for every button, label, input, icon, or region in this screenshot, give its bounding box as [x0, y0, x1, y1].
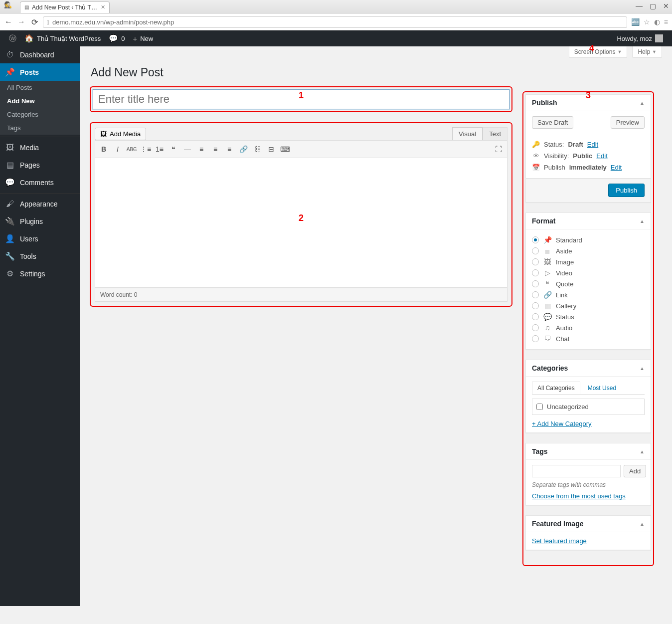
submenu-categories[interactable]: Categories — [0, 108, 80, 121]
menu-media[interactable]: 🖼Media — [0, 137, 80, 156]
edit-status-link[interactable]: Edit — [587, 141, 598, 148]
format-option[interactable]: 🖼Image — [532, 256, 645, 267]
format-icon: ▷ — [543, 269, 552, 277]
window-minimize-icon[interactable]: — — [636, 2, 643, 10]
readmore-button[interactable]: ⊟ — [265, 143, 278, 156]
save-draft-button[interactable]: Save Draft — [532, 116, 573, 129]
edit-visibility-link[interactable]: Edit — [596, 152, 607, 160]
plus-icon: + — [133, 34, 137, 43]
close-tab-icon[interactable]: ✕ — [101, 4, 105, 10]
submenu-all-posts[interactable]: All Posts — [0, 81, 80, 94]
format-list: 📌Standard≣Aside🖼Image▷Video❝Quote🔗Link▦G… — [532, 234, 645, 344]
translate-icon[interactable]: 🔤 — [631, 18, 640, 26]
tab-text[interactable]: Text — [483, 127, 507, 140]
format-option[interactable]: 🔗Link — [532, 289, 645, 300]
format-label: Link — [556, 291, 568, 299]
bookmark-icon[interactable]: ☆ — [644, 18, 650, 26]
format-option[interactable]: 💬Status — [532, 311, 645, 322]
align-right-button[interactable]: ≡ — [223, 143, 236, 156]
menu-comments[interactable]: 💬Comments — [0, 174, 80, 191]
preview-button[interactable]: Preview — [611, 116, 645, 129]
format-icon: 📌 — [543, 236, 552, 244]
strikethrough-button[interactable]: ABC — [125, 143, 138, 156]
reload-icon[interactable]: ⟳ — [30, 17, 39, 27]
format-option[interactable]: ≣Aside — [532, 245, 645, 256]
menu-users[interactable]: 👤Users — [0, 230, 80, 247]
menu-pages[interactable]: ▤Pages — [0, 156, 80, 174]
cat-tab-most-used[interactable]: Most Used — [582, 382, 622, 394]
add-tag-button[interactable]: Add — [624, 465, 646, 477]
toggle-icon[interactable]: ▲ — [640, 366, 645, 371]
forward-icon[interactable]: → — [17, 17, 26, 26]
tag-cloud-link[interactable]: Choose from the most used tags — [532, 492, 645, 500]
toggle-icon[interactable]: ▲ — [640, 521, 645, 527]
tags-title: Tags — [532, 447, 548, 455]
format-option[interactable]: 🗨Chat — [532, 333, 645, 344]
menu-plugins[interactable]: 🔌Plugins — [0, 212, 80, 230]
align-center-button[interactable]: ≡ — [209, 143, 222, 156]
back-icon[interactable]: ← — [4, 17, 13, 26]
numbered-list-button[interactable]: 1≡ — [153, 143, 166, 156]
my-account[interactable]: Howdy, moz — [613, 34, 667, 42]
format-icon: ❝ — [543, 280, 552, 288]
format-box: Format▲ 📌Standard≣Aside🖼Image▷Video❝Quot… — [525, 212, 651, 350]
help-toggle[interactable]: Help▼ — [632, 46, 662, 58]
format-label: Gallery — [556, 302, 576, 310]
menu-settings[interactable]: ⚙Settings — [0, 265, 80, 282]
comments-link[interactable]: 💬0 — [105, 34, 129, 43]
profile-icon[interactable]: ◐ — [654, 18, 660, 26]
bold-button[interactable]: B — [97, 143, 110, 156]
annotation-1: 1 — [299, 90, 304, 101]
toggle-icon[interactable]: ▲ — [640, 100, 645, 106]
hr-button[interactable]: — — [181, 143, 194, 156]
wp-logo[interactable]: ⓦ — [5, 34, 20, 43]
category-uncategorized[interactable]: Uncategorized — [536, 403, 640, 411]
categories-box: Categories▲ All Categories Most Used Unc… — [525, 360, 651, 433]
format-option[interactable]: ▦Gallery — [532, 300, 645, 311]
format-option[interactable]: ❝Quote — [532, 278, 645, 289]
set-featured-image-link[interactable]: Set featured image — [532, 537, 645, 545]
add-media-button[interactable]: 🖼Add Media — [95, 128, 146, 140]
blockquote-button[interactable]: ❝ — [167, 143, 180, 156]
link-button[interactable]: 🔗 — [237, 143, 250, 156]
cat-tab-all[interactable]: All Categories — [532, 382, 580, 394]
bullet-list-button[interactable]: ⋮≡ — [139, 143, 152, 156]
new-content-link[interactable]: +New — [129, 34, 157, 43]
page-info-icon[interactable]: ▯ — [46, 19, 49, 25]
format-option[interactable]: ♫Audio — [532, 322, 645, 333]
tab-visual[interactable]: Visual — [452, 127, 483, 140]
screen-options-toggle[interactable]: Screen Options▼ — [569, 46, 628, 58]
window-close-icon[interactable]: ✕ — [663, 2, 669, 10]
edit-schedule-link[interactable]: Edit — [611, 164, 622, 171]
media-icon: 🖼 — [5, 143, 15, 152]
tag-input[interactable] — [532, 465, 621, 477]
format-option[interactable]: ▷Video — [532, 267, 645, 278]
submenu-add-new[interactable]: Add New — [0, 94, 80, 108]
site-name-link[interactable]: 🏠Thủ Thuật WordPress — [20, 34, 105, 43]
window-maximize-icon[interactable]: ▢ — [650, 2, 656, 10]
unlink-button[interactable]: ⛓ — [251, 143, 264, 156]
format-option[interactable]: 📌Standard — [532, 234, 645, 245]
italic-button[interactable]: I — [111, 143, 124, 156]
category-checkbox[interactable] — [536, 404, 543, 410]
submenu-tags[interactable]: Tags — [0, 121, 80, 135]
toggle-icon[interactable]: ▲ — [640, 218, 645, 224]
toggle-icon[interactable]: ▲ — [640, 449, 645, 454]
browser-tab[interactable]: ▤ Add New Post ‹ Thủ Thuậ… ✕ — [20, 1, 110, 13]
menu-tools[interactable]: 🔧Tools — [0, 247, 80, 265]
add-new-category-link[interactable]: + Add New Category — [532, 420, 645, 427]
visibility-icon: 👁 — [532, 152, 540, 160]
menu-dashboard[interactable]: ⏱Dashboard — [0, 46, 80, 63]
publish-button[interactable]: Publish — [608, 184, 645, 197]
menu-posts[interactable]: 📌Posts — [0, 63, 80, 81]
fullscreen-button[interactable]: ⛶ — [492, 143, 505, 156]
format-icon: 💬 — [543, 313, 552, 321]
editor-content[interactable]: 2 — [95, 158, 507, 288]
submenu-posts: All Posts Add New Categories Tags — [0, 81, 80, 135]
menu-icon[interactable]: ≡ — [664, 18, 668, 26]
address-bar[interactable]: ▯ demo.moz.edu.vn/wp-admin/post-new.php — [43, 16, 627, 28]
toolbar-toggle-button[interactable]: ⌨ — [279, 143, 292, 156]
align-left-button[interactable]: ≡ — [195, 143, 208, 156]
menu-appearance[interactable]: 🖌Appearance — [0, 193, 80, 212]
media-icon: 🖼 — [100, 130, 107, 138]
